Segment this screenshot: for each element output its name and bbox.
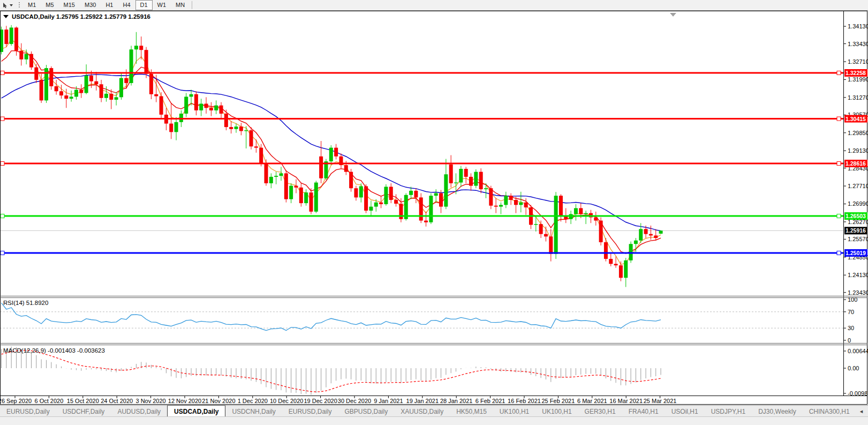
candle-body[interactable] xyxy=(269,177,273,183)
candle-body[interactable] xyxy=(205,103,208,108)
candle-body[interactable] xyxy=(314,183,318,212)
candle-body[interactable] xyxy=(464,169,468,177)
candle-body[interactable] xyxy=(115,97,118,100)
candle-body[interactable] xyxy=(49,68,53,86)
candle-body[interactable] xyxy=(354,188,358,197)
candle-body[interactable] xyxy=(344,165,348,172)
candle-body[interactable] xyxy=(434,193,438,196)
candle-body[interactable] xyxy=(160,96,163,115)
candle-body[interactable] xyxy=(289,186,293,199)
chart-tab-usoil-h1[interactable]: USOil,H1 xyxy=(665,406,705,417)
candle-body[interactable] xyxy=(130,49,133,83)
hline-handle-right[interactable] xyxy=(837,71,841,75)
candle-body[interactable] xyxy=(10,27,13,44)
candle-body[interactable] xyxy=(509,196,513,200)
chart-tab-hk50-m15[interactable]: HK50,M15 xyxy=(450,406,493,417)
candle-body[interactable] xyxy=(145,50,148,74)
timeframe-button-m15[interactable]: M15 xyxy=(59,0,80,10)
price-chart[interactable]: 1.341301.334301.327101.319901.312701.305… xyxy=(0,11,868,405)
candle-body[interactable] xyxy=(244,130,248,131)
timeframe-button-m5[interactable]: M5 xyxy=(41,0,58,10)
chart-tab-usdchf-daily[interactable]: USDCHF,Daily xyxy=(56,406,111,417)
candle-body[interactable] xyxy=(184,96,188,114)
candle-body[interactable] xyxy=(414,191,418,198)
candle-body[interactable] xyxy=(374,203,378,207)
candle-body[interactable] xyxy=(624,260,628,278)
candle-body[interactable] xyxy=(100,84,103,98)
candle-body[interactable] xyxy=(319,156,323,178)
candle-body[interactable] xyxy=(389,187,393,200)
candle-body[interactable] xyxy=(579,208,583,214)
chart-tab-xauusd-daily[interactable]: XAUUSD,Daily xyxy=(394,406,450,417)
cursor-arrow-icon[interactable] xyxy=(2,2,14,9)
timeframe-button-m1[interactable]: M1 xyxy=(23,0,41,10)
timeframe-button-w1[interactable]: W1 xyxy=(153,0,171,10)
candle-body[interactable] xyxy=(644,229,648,234)
candle-body[interactable] xyxy=(109,94,113,100)
candle-body[interactable] xyxy=(489,188,493,205)
candle-body[interactable] xyxy=(369,207,373,211)
candle-body[interactable] xyxy=(479,172,483,189)
candle-body[interactable] xyxy=(619,265,623,278)
candle-body[interactable] xyxy=(474,172,478,186)
candle-body[interactable] xyxy=(659,230,663,234)
candle-body[interactable] xyxy=(609,259,613,264)
candle-body[interactable] xyxy=(559,196,563,215)
chart-tab-uk100-h1[interactable]: UK100,H1 xyxy=(493,406,535,417)
candle-body[interactable] xyxy=(89,76,93,81)
chart-tab-eurusd-daily[interactable]: EURUSD,Daily xyxy=(0,406,56,417)
chart-tab-usdcad-daily[interactable]: USDCAD,Daily xyxy=(167,405,225,417)
toolbar-grip[interactable] xyxy=(18,2,21,9)
candle-body[interactable] xyxy=(514,200,518,205)
candle-body[interactable] xyxy=(584,213,588,214)
candle-body[interactable] xyxy=(154,94,158,96)
chart-tab-audusd-daily[interactable]: AUDUSD,Daily xyxy=(111,406,167,417)
candle-body[interactable] xyxy=(25,54,28,59)
candle-body[interactable] xyxy=(64,95,68,99)
candle-body[interactable] xyxy=(359,187,363,198)
candle-body[interactable] xyxy=(4,29,8,44)
candle-body[interactable] xyxy=(494,206,498,207)
candle-body[interactable] xyxy=(59,91,63,95)
hline-handle-left[interactable] xyxy=(1,117,4,121)
candle-body[interactable] xyxy=(429,196,433,222)
candle-body[interactable] xyxy=(594,218,598,221)
candle-body[interactable] xyxy=(199,103,203,110)
candle-body[interactable] xyxy=(119,78,123,98)
candle-body[interactable] xyxy=(364,187,368,211)
candle-body[interactable] xyxy=(55,86,58,91)
candle-body[interactable] xyxy=(14,27,18,50)
tabs-scroll-left-icon[interactable]: ◂ xyxy=(856,408,867,415)
candle-body[interactable] xyxy=(459,169,463,183)
candle-body[interactable] xyxy=(179,114,183,122)
candle-body[interactable] xyxy=(259,148,263,163)
candle-body[interactable] xyxy=(209,108,213,110)
chart-tab-gbpusd-daily[interactable]: GBPUSD,Daily xyxy=(338,406,394,417)
candle-body[interactable] xyxy=(504,196,508,205)
candle-body[interactable] xyxy=(539,224,543,234)
candle-body[interactable] xyxy=(70,96,73,99)
candle-body[interactable] xyxy=(449,165,453,183)
candle-body[interactable] xyxy=(235,126,238,129)
candle-body[interactable] xyxy=(139,46,143,50)
candle-body[interactable] xyxy=(499,205,503,206)
candle-body[interactable] xyxy=(85,76,88,93)
candle-body[interactable] xyxy=(554,196,558,254)
chart-tab-dj30-weekly[interactable]: DJ30,Weekly xyxy=(752,406,802,417)
candle-body[interactable] xyxy=(220,106,223,114)
hline-handle-right[interactable] xyxy=(837,251,841,255)
candle-body[interactable] xyxy=(29,54,33,68)
candle-body[interactable] xyxy=(454,183,458,183)
candle-body[interactable] xyxy=(190,94,193,97)
timeframe-button-m30[interactable]: M30 xyxy=(80,0,101,10)
candle-body[interactable] xyxy=(149,74,153,94)
candle-body[interactable] xyxy=(574,208,578,214)
candle-body[interactable] xyxy=(469,177,473,186)
candle-body[interactable] xyxy=(654,235,658,238)
candle-body[interactable] xyxy=(334,148,338,156)
candle-body[interactable] xyxy=(524,203,528,207)
candle-body[interactable] xyxy=(254,146,258,147)
hline-handle-right[interactable] xyxy=(837,117,841,121)
chart-tab-usdcnh-daily[interactable]: USDCNH,Daily xyxy=(225,406,282,417)
candle-body[interactable] xyxy=(175,122,178,132)
